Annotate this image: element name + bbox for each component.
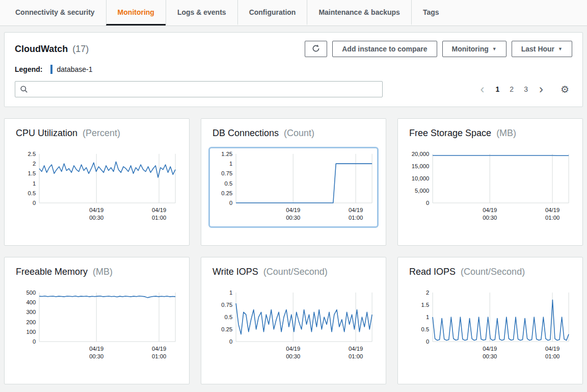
svg-text:0.25: 0.25: [221, 190, 232, 196]
time-range-dropdown[interactable]: Last Hour ▼: [512, 41, 572, 57]
svg-text:0.75: 0.75: [221, 302, 232, 308]
chart-card-db-connections: DB Connections (Count) 04/1900:3004/1901…: [201, 118, 386, 246]
svg-text:10,000: 10,000: [412, 175, 430, 181]
svg-text:0: 0: [33, 200, 36, 206]
caret-down-icon: ▼: [492, 47, 497, 51]
free-storage-space-chart[interactable]: 04/1900:3004/1901:0005,00010,00015,00020…: [405, 147, 575, 228]
tab-logs-events[interactable]: Logs & events: [166, 0, 237, 25]
time-range-label: Last Hour: [521, 45, 554, 53]
svg-text:400: 400: [26, 299, 36, 305]
svg-text:1.5: 1.5: [28, 170, 36, 176]
svg-text:1: 1: [229, 161, 232, 167]
chart-title: Free Storage Space (MB): [405, 128, 575, 139]
chart-card-free-storage-space: Free Storage Space (MB) 04/1900:3004/190…: [397, 118, 583, 246]
pagination-prev-icon[interactable]: ‹: [479, 83, 486, 95]
svg-text:1: 1: [229, 290, 232, 296]
pagination-page-1[interactable]: 1: [496, 85, 500, 93]
svg-text:1: 1: [426, 314, 429, 320]
svg-text:0.5: 0.5: [28, 190, 36, 196]
svg-text:01:00: 01:00: [545, 353, 559, 359]
svg-text:04/19: 04/19: [286, 207, 300, 213]
tab-tags[interactable]: Tags: [411, 0, 450, 25]
chart-unit-text: (MB): [93, 267, 113, 277]
chart-title-text: Free Storage Space: [409, 128, 491, 138]
svg-text:0: 0: [426, 200, 429, 206]
tab-maintenance-backups[interactable]: Maintenance & backups: [307, 0, 411, 25]
cpu-utilization-chart[interactable]: 04/1900:3004/1901:0000.511.522.5: [12, 147, 182, 228]
chart-title: DB Connections (Count): [208, 128, 379, 139]
svg-text:01:00: 01:00: [545, 215, 559, 221]
svg-text:300: 300: [26, 309, 36, 315]
freeable-memory-chart[interactable]: 04/1900:3004/1901:000100200300400500: [12, 285, 182, 367]
svg-text:100: 100: [26, 329, 36, 335]
search-box[interactable]: [15, 81, 383, 97]
read-iops-chart[interactable]: 04/1900:3004/1901:0000.511.52: [405, 285, 575, 367]
svg-text:15,000: 15,000: [412, 163, 430, 169]
svg-text:1.5: 1.5: [421, 302, 430, 308]
svg-text:04/19: 04/19: [89, 346, 103, 352]
chart-unit-text: (Count/Second): [263, 267, 328, 277]
svg-text:00:30: 00:30: [286, 353, 300, 359]
svg-text:500: 500: [26, 290, 36, 296]
write-iops-chart[interactable]: 04/1900:3004/1901:0000.250.50.751: [208, 285, 379, 367]
svg-text:01:00: 01:00: [152, 353, 166, 359]
chart-title: Read IOPS (Count/Second): [405, 267, 575, 277]
settings-gear-icon[interactable]: ⚙: [561, 84, 569, 95]
svg-text:20,000: 20,000: [412, 151, 430, 157]
chart-card-read-iops: Read IOPS (Count/Second) 04/1900:3004/19…: [397, 257, 583, 384]
tab-connectivity-security[interactable]: Connectivity & security: [4, 0, 106, 25]
svg-text:01:00: 01:00: [349, 353, 363, 359]
chart-card-freeable-memory: Freeable Memory (MB) 04/1900:3004/1901:0…: [4, 257, 190, 384]
svg-text:1: 1: [33, 180, 36, 187]
svg-text:0: 0: [229, 338, 232, 345]
svg-text:0: 0: [33, 338, 36, 345]
refresh-icon: [312, 44, 320, 54]
svg-text:200: 200: [26, 319, 36, 325]
svg-text:00:30: 00:30: [483, 215, 497, 221]
chart-title: Write IOPS (Count/Second): [208, 267, 379, 277]
svg-text:01:00: 01:00: [349, 215, 363, 221]
svg-text:04/19: 04/19: [483, 207, 497, 213]
caret-down-icon: ▼: [558, 47, 563, 51]
panel-title-text: CloudWatch: [15, 44, 68, 54]
db-connections-chart[interactable]: 04/1900:3004/1901:0000.250.50.7511.25: [208, 147, 379, 228]
svg-text:0.5: 0.5: [225, 180, 233, 187]
cloudwatch-panel: CloudWatch (17) Add instance to compare …: [4, 32, 583, 107]
add-instance-to-compare-button[interactable]: Add instance to compare: [332, 41, 437, 57]
monitoring-dropdown[interactable]: Monitoring ▼: [442, 41, 506, 57]
legend-row: Legend: database-1: [15, 65, 572, 74]
svg-text:00:30: 00:30: [483, 353, 497, 359]
svg-text:04/19: 04/19: [483, 346, 497, 352]
svg-text:0.25: 0.25: [221, 326, 232, 332]
svg-text:5,000: 5,000: [415, 188, 429, 194]
tab-monitoring[interactable]: Monitoring: [106, 0, 166, 25]
svg-text:0.5: 0.5: [225, 314, 233, 320]
svg-text:0: 0: [229, 200, 232, 206]
svg-text:2: 2: [33, 161, 36, 167]
chart-title: Freeable Memory (MB): [12, 267, 182, 277]
chart-unit-text: (Count): [284, 128, 314, 138]
pagination-page-2[interactable]: 2: [510, 85, 514, 93]
svg-text:00:30: 00:30: [286, 215, 300, 221]
tab-configuration[interactable]: Configuration: [237, 0, 307, 25]
pagination-page-3[interactable]: 3: [524, 85, 528, 93]
panel-title: CloudWatch (17): [15, 44, 89, 55]
svg-text:04/19: 04/19: [152, 207, 166, 213]
search-icon: [20, 85, 28, 93]
chart-title-text: Freeable Memory: [16, 267, 88, 277]
legend-series-name: database-1: [57, 65, 92, 73]
svg-text:0.5: 0.5: [421, 326, 430, 332]
chart-title: CPU Utilization (Percent): [12, 128, 182, 139]
chart-unit-text: (MB): [496, 128, 516, 138]
svg-text:00:30: 00:30: [89, 353, 103, 359]
chart-title-text: DB Connections: [212, 128, 279, 138]
add-instance-label: Add instance to compare: [342, 45, 427, 53]
refresh-button[interactable]: [305, 41, 327, 57]
chart-unit-text: (Count/Second): [461, 267, 525, 277]
pagination-next-icon[interactable]: ›: [538, 83, 544, 95]
svg-text:04/19: 04/19: [349, 207, 363, 213]
svg-text:04/19: 04/19: [286, 346, 300, 352]
search-input[interactable]: [32, 85, 378, 94]
svg-text:2.5: 2.5: [28, 151, 36, 157]
chart-card-write-iops: Write IOPS (Count/Second) 04/1900:3004/1…: [201, 257, 386, 384]
